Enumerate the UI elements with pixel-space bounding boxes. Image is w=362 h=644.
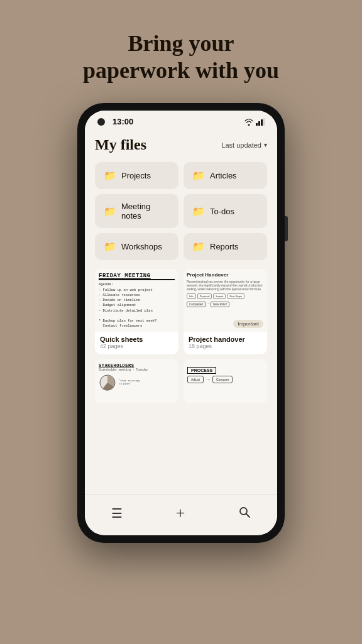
menu-button[interactable]: ☰ [99, 503, 135, 523]
add-button[interactable]: + [163, 501, 198, 525]
sort-button[interactable]: Last updated ▾ [221, 141, 267, 149]
diagram-box: Next Steps [227, 293, 244, 299]
folder-projects[interactable]: 📁 Projects [95, 162, 178, 189]
doc-quick-sheets[interactable]: Friday Meeting Agenda: - Follow up on we… [95, 269, 178, 354]
diagram-box: Impact [213, 293, 226, 299]
side-button [285, 216, 288, 241]
doc-pages: 18 pages [189, 343, 262, 349]
folder-to-dos[interactable]: 📁 To-dos [184, 194, 267, 228]
doc-name: Quick sheets [100, 336, 173, 343]
status-bar: 13:00 [85, 111, 277, 130]
process-title: PROCESS [187, 367, 216, 374]
doc-info-quick-sheets: Quick sheets 42 pages [95, 332, 178, 354]
doc-pages: 42 pages [100, 343, 173, 349]
project-flow: Completed → New Role? [187, 302, 264, 307]
folder-icon: 📁 [192, 205, 205, 217]
project-title: Project Handover [187, 272, 264, 278]
folder-icon: 📁 [104, 170, 116, 182]
pie-chart-icon [99, 374, 116, 391]
project-subtitle: Recent testing has proven the opportunit… [187, 280, 264, 291]
folder-label: Projects [121, 171, 151, 180]
sort-label: Last updated [221, 141, 261, 149]
doc-name: Project handover [189, 336, 262, 343]
project-diagram: Info Proposal Impact Next Steps [187, 293, 264, 299]
doc-project-handover[interactable]: Project Handover Recent testing has prov… [184, 269, 267, 354]
status-left: 13:00 [97, 117, 133, 126]
doc-info-project-handover: Project handover 18 pages [184, 332, 267, 354]
folder-label: Articles [210, 171, 237, 180]
friday-sketch: Friday Meeting Agenda: - Follow up on we… [95, 269, 178, 332]
process-arrow: → [206, 377, 211, 383]
stakeholders-text: "From strategyto plan" [119, 379, 140, 386]
svg-rect-3 [263, 118, 265, 126]
folder-reports[interactable]: 📁 Reports [184, 233, 267, 260]
process-preview: PROCESS Adjust → Compare [184, 359, 267, 403]
camera-icon [97, 118, 105, 126]
wifi-icon [244, 118, 253, 126]
document-grid: Friday Meeting Agenda: - Follow up on we… [95, 269, 267, 354]
stakeholders-preview: Stakeholders Stakeholder meeting - Tuesd… [95, 359, 178, 403]
svg-line-6 [246, 513, 250, 517]
stakeholders-sub: Stakeholder meeting - Tuesday [99, 368, 175, 371]
folder-icon: 📁 [104, 241, 116, 253]
files-title: My files [95, 136, 146, 153]
friday-meeting-title: Friday Meeting [99, 273, 175, 280]
folder-icon: 📁 [192, 241, 205, 253]
important-badge: Important [233, 320, 263, 328]
headline-line1: Bring your [128, 31, 234, 56]
phone-screen: 13:00 My [85, 111, 277, 535]
status-right [244, 118, 265, 126]
bottom-nav: ☰ + [85, 494, 277, 535]
plus-icon: + [176, 504, 185, 522]
svg-rect-0 [256, 123, 258, 126]
headline: Bring your paperwork with you [64, 30, 298, 84]
diagram-box: Proposal [197, 293, 212, 299]
flow-box: New Role? [211, 302, 229, 307]
stakeholders-visual: "From strategyto plan" [99, 374, 175, 391]
stakeholders-title: Stakeholders [99, 363, 175, 368]
folder-workshops[interactable]: 📁 Workshops [95, 233, 178, 260]
doc-preview-project: Project Handover Recent testing has prov… [184, 269, 267, 332]
doc-stakeholders[interactable]: Stakeholders Stakeholder meeting - Tuesd… [95, 359, 178, 403]
diagram-box: Info [187, 293, 196, 299]
search-icon [238, 506, 251, 518]
chevron-down-icon: ▾ [264, 141, 267, 148]
phone-shell: 13:00 My [77, 103, 285, 543]
friday-agenda: Agenda: - Follow up on web project - All… [99, 282, 175, 329]
svg-rect-2 [261, 119, 263, 126]
folder-icon: 📁 [104, 205, 116, 217]
status-time: 13:00 [112, 117, 133, 126]
flow-box: Completed [187, 302, 206, 307]
folder-articles[interactable]: 📁 Articles [184, 162, 267, 189]
svg-rect-1 [258, 121, 260, 126]
process-box-adjust: Adjust [187, 376, 204, 383]
screen-content: My files Last updated ▾ 📁 Projects 📁 Art… [85, 130, 277, 494]
files-header: My files Last updated ▾ [95, 136, 267, 153]
signal-icon [256, 118, 265, 126]
process-diagram: Adjust → Compare [187, 376, 263, 383]
folder-meeting-notes[interactable]: 📁 Meeting notes [95, 194, 178, 228]
search-button[interactable] [226, 503, 263, 524]
partial-doc-grid: Stakeholders Stakeholder meeting - Tuesd… [95, 359, 267, 403]
doc-preview-friday: Friday Meeting Agenda: - Follow up on we… [95, 269, 178, 332]
folder-label: Meeting notes [121, 202, 170, 221]
doc-process[interactable]: PROCESS Adjust → Compare [184, 359, 267, 403]
folder-label: Reports [210, 242, 239, 251]
folder-grid: 📁 Projects 📁 Articles 📁 Meeting notes 📁 … [95, 162, 267, 260]
menu-icon: ☰ [111, 506, 123, 520]
arrow: → [207, 302, 210, 307]
headline-line2: paperwork with you [83, 58, 279, 83]
folder-label: Workshops [121, 242, 162, 251]
folder-label: To-dos [210, 207, 234, 216]
process-box-compare: Compare [212, 376, 233, 383]
folder-icon: 📁 [192, 170, 205, 182]
